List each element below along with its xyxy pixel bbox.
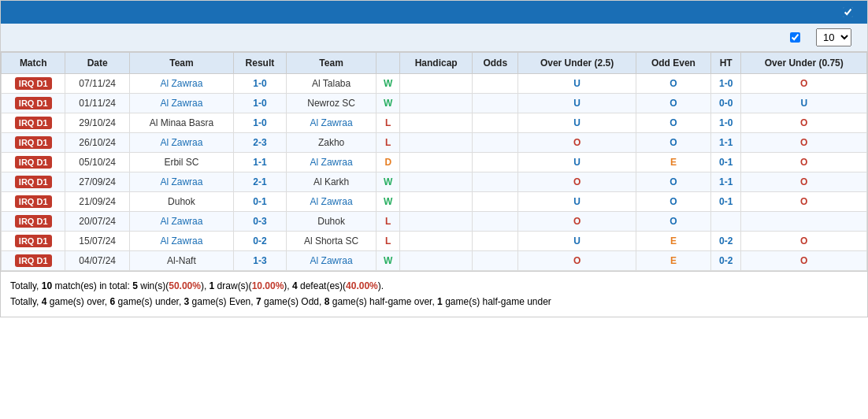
cell-handicap (400, 172, 473, 192)
oe-value: E (670, 157, 677, 168)
cell-team2[interactable]: Al Talaba (286, 74, 377, 94)
cell-date: 26/10/24 (65, 133, 129, 153)
team2-link[interactable]: Al Zawraa (310, 255, 353, 266)
match-badge: IRQ D1 (15, 235, 52, 247)
display-notes-checkbox[interactable] (843, 7, 853, 17)
wdl-value: W (384, 255, 392, 266)
cell-team1[interactable]: Al Zawraa (129, 133, 233, 153)
col-handicap: Handicap (400, 53, 473, 74)
cell-match: IRQ D1 (2, 113, 65, 133)
cell-ou: U (518, 192, 636, 212)
ou075-value: O (800, 196, 807, 207)
cell-oe: E (636, 232, 710, 251)
col-match: Match (2, 53, 65, 74)
f2-1: game(s) over, (46, 296, 109, 307)
team1-link[interactable]: Al Zawraa (160, 176, 202, 187)
team1-link[interactable]: Al Zawraa (160, 216, 202, 227)
f2-4: game(s) Odd, (262, 296, 325, 307)
games-select[interactable]: 5 10 15 20 All (816, 28, 851, 46)
cell-wdl: W (377, 192, 400, 212)
cell-team1[interactable]: Al Zawraa (129, 172, 233, 192)
cell-team1[interactable]: Al-Naft (129, 251, 233, 271)
team2-link[interactable]: Al Zawraa (310, 196, 353, 207)
oe-value: E (670, 235, 677, 247)
cell-team1[interactable]: Al Zawraa (129, 212, 233, 232)
cell-ou075: O (741, 192, 867, 212)
result-score: 1-0 (253, 117, 266, 128)
cell-team2[interactable]: Al Zawraa (286, 251, 377, 271)
cell-ou075: O (741, 251, 867, 271)
cell-odds (473, 94, 518, 113)
cell-wdl: L (377, 212, 400, 232)
cell-result: 2-1 (234, 172, 287, 192)
ht-value: 1-0 (719, 117, 733, 128)
cell-oe: O (636, 172, 710, 192)
cell-team1[interactable]: Erbil SC (129, 153, 233, 172)
cell-match: IRQ D1 (2, 192, 65, 212)
cell-team1[interactable]: Duhok (129, 192, 233, 212)
cell-odds (473, 232, 518, 251)
cell-odds (473, 133, 518, 153)
cell-team2[interactable]: Newroz SC (286, 94, 377, 113)
cell-date: 04/07/24 (65, 251, 129, 271)
footer-win-pct: 50.00% (169, 280, 201, 291)
team1-link[interactable]: Al Zawraa (160, 98, 202, 109)
cell-team2[interactable]: Al Zawraa (286, 192, 377, 212)
cell-ou075: O (741, 133, 867, 153)
col-oe: Odd Even (636, 53, 710, 74)
cell-team2[interactable]: Al Zawraa (286, 113, 377, 133)
col-team2: Team (286, 53, 377, 74)
cell-oe: O (636, 192, 710, 212)
league-checkbox[interactable] (790, 32, 800, 43)
cell-odds (473, 192, 518, 212)
cell-team1[interactable]: Al Zawraa (129, 232, 233, 251)
ou-value: U (573, 117, 581, 128)
table-row: IRQ D115/07/24Al Zawraa0-2Al Shorta SCLU… (2, 232, 867, 251)
cell-team2[interactable]: Duhok (286, 212, 377, 232)
cell-handicap (400, 192, 473, 212)
cell-ht (710, 212, 741, 232)
col-odds: Odds (473, 53, 518, 74)
match-badge: IRQ D1 (15, 215, 52, 228)
team1-link[interactable]: Al Zawraa (160, 137, 202, 148)
ou-value: O (573, 176, 581, 187)
match-badge: IRQ D1 (15, 156, 52, 169)
team1-link[interactable]: Al Zawraa (160, 235, 202, 247)
table-row: IRQ D101/11/24Al Zawraa1-0Newroz SCWUO0-… (2, 94, 867, 113)
ou-value: U (573, 98, 581, 109)
wdl-value: L (385, 137, 391, 148)
cell-team2[interactable]: Al Zawraa (286, 153, 377, 172)
cell-team1[interactable]: Al Minaa Basra (129, 113, 233, 133)
cell-team1[interactable]: Al Zawraa (129, 74, 233, 94)
cell-odds (473, 74, 518, 94)
cell-match: IRQ D1 (2, 94, 65, 113)
cell-ou: O (518, 251, 636, 271)
table-row: IRQ D121/09/24Duhok0-1Al ZawraaWUO0-1O (2, 192, 867, 212)
ht-value: 0-0 (719, 98, 733, 109)
cell-result: 0-1 (234, 192, 287, 212)
cell-team2[interactable]: Al Shorta SC (286, 232, 377, 251)
ht-value: 1-0 (719, 78, 733, 89)
footer-draw-pct: 10.00% (252, 280, 284, 291)
cell-team1[interactable]: Al Zawraa (129, 94, 233, 113)
cell-team2[interactable]: Zakho (286, 133, 377, 153)
header (1, 1, 867, 24)
footer-win-close: ), (201, 280, 210, 291)
cell-ou: U (518, 232, 636, 251)
team1-link[interactable]: Al Zawraa (160, 78, 202, 89)
wdl-value: W (384, 196, 392, 207)
ou075-value: O (800, 235, 807, 247)
team2-link[interactable]: Al Zawraa (310, 157, 353, 168)
cell-match: IRQ D1 (2, 74, 65, 94)
oe-value: O (670, 98, 677, 109)
footer-win-text: win(s)( (138, 280, 169, 291)
ou075-value: O (800, 176, 807, 187)
match-badge: IRQ D1 (15, 77, 52, 90)
footer-mid1: match(es) in total: (52, 280, 132, 291)
team2-link[interactable]: Al Zawraa (310, 117, 353, 128)
cell-team2[interactable]: Al Karkh (286, 172, 377, 192)
cell-match: IRQ D1 (2, 153, 65, 172)
cell-wdl: D (377, 153, 400, 172)
cell-date: 27/09/24 (65, 172, 129, 192)
ou075-value: O (800, 117, 807, 128)
